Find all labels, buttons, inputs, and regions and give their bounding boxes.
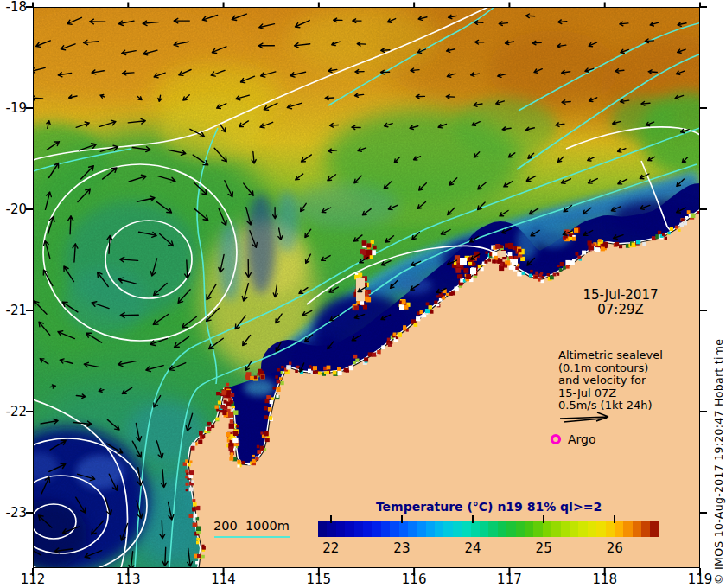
- bathymetry-legend-label: 200 1000m: [213, 519, 290, 533]
- colorbar-tick-label: 23: [387, 540, 417, 556]
- x-axis-tick-label: 117: [490, 572, 528, 587]
- date-label: 15-Jul-2017: [564, 288, 677, 303]
- colorbar-segment: [498, 521, 506, 537]
- colorbar-segment: [354, 521, 363, 537]
- colorbar-segment: [551, 521, 560, 537]
- colorbar-segment: [506, 521, 515, 537]
- colorbar-tick: [330, 515, 332, 523]
- colorbar-tick-label: 25: [529, 540, 558, 556]
- annotation-line: Altimetric sealevel: [558, 349, 663, 362]
- temperature-colorbar: Temperature (°C) n19 81% ql>=2 222324252…: [318, 499, 659, 537]
- colorbar-segment: [633, 521, 641, 537]
- colorbar-segment: [596, 521, 605, 537]
- colorbar-tick-label: 22: [316, 540, 346, 556]
- colorbar-segment: [390, 521, 398, 537]
- colorbar-segment: [480, 521, 488, 537]
- altimetry-annotation: Altimetric sealevel(0.1m contours)and ve…: [558, 349, 663, 412]
- colorbar-segment: [561, 521, 570, 537]
- x-axis-tick-label: 113: [109, 572, 147, 587]
- y-axis-tick-label: -22: [0, 405, 27, 419]
- colorbar-segment: [533, 521, 542, 537]
- y-axis-tick-label: -19: [0, 101, 27, 115]
- colorbar-segment: [641, 521, 650, 537]
- colorbar-segment: [363, 521, 372, 537]
- colorbar-segment: [570, 521, 578, 537]
- colorbar-segment: [650, 521, 659, 537]
- bathymetry-legend-line: [214, 536, 290, 538]
- y-axis-tick-label: -18: [0, 0, 27, 14]
- colorbar-segment: [381, 521, 390, 537]
- annotation-line: 0.5m/s (1kt 24h): [558, 399, 663, 412]
- colorbar-segment: [443, 521, 452, 537]
- time-label: 07:29Z: [564, 303, 677, 317]
- colorbar-segment: [417, 521, 425, 537]
- colorbar-segment: [336, 521, 345, 537]
- colorbar-segment: [435, 521, 443, 537]
- argo-label: Argo: [568, 432, 596, 446]
- colorbar-segment: [623, 521, 632, 537]
- colorbar-segment: [372, 521, 380, 537]
- colorbar-tick-label: 24: [458, 540, 487, 556]
- x-axis-tick-label: 115: [300, 572, 338, 587]
- colorbar-segment: [525, 521, 533, 537]
- colorbar-segment: [488, 521, 497, 537]
- imos-sst-map-page: -18-19-20-21-22-23 112113114115116117118…: [0, 0, 726, 588]
- colorbar-tick: [543, 515, 544, 523]
- y-axis-tick-label: -23: [0, 506, 27, 520]
- colorbar-segment: [462, 521, 470, 537]
- x-axis-tick-label: 118: [586, 572, 624, 587]
- colorbar-tick: [472, 515, 474, 523]
- colorbar-title: Temperature (°C) n19 81% ql>=2: [318, 499, 659, 514]
- colorbar-tick: [614, 515, 615, 523]
- colorbar-tick: [401, 515, 403, 523]
- timestamp-block: 15-Jul-2017 07:29Z: [564, 288, 677, 317]
- colorbar-gradient-bar: 2223242526: [318, 521, 659, 537]
- annotation-line: 15-Jul 07Z: [558, 387, 663, 400]
- colorbar-segment: [318, 521, 327, 537]
- x-axis-tick-label: 114: [205, 572, 243, 587]
- annotation-line: and velocity for: [558, 374, 663, 387]
- y-axis-tick-label: -21: [0, 304, 27, 317]
- x-axis-tick-label: 112: [14, 572, 52, 587]
- colorbar-segment: [345, 521, 353, 537]
- colorbar-segment: [426, 521, 435, 537]
- colorbar-tick-label: 26: [600, 540, 629, 556]
- credit-vertical-text: © IMOS 10-Aug-2017 19:20:47 Hobart time: [712, 339, 725, 585]
- colorbar-segment: [615, 521, 623, 537]
- annotation-line: (0.1m contours): [558, 362, 663, 375]
- colorbar-segment: [516, 521, 525, 537]
- colorbar-segment: [578, 521, 587, 537]
- colorbar-segment: [408, 521, 417, 537]
- colorbar-segment: [588, 521, 596, 537]
- x-axis-tick-label: 116: [395, 572, 433, 587]
- y-axis-tick-label: -20: [0, 202, 27, 216]
- colorbar-segment: [453, 521, 462, 537]
